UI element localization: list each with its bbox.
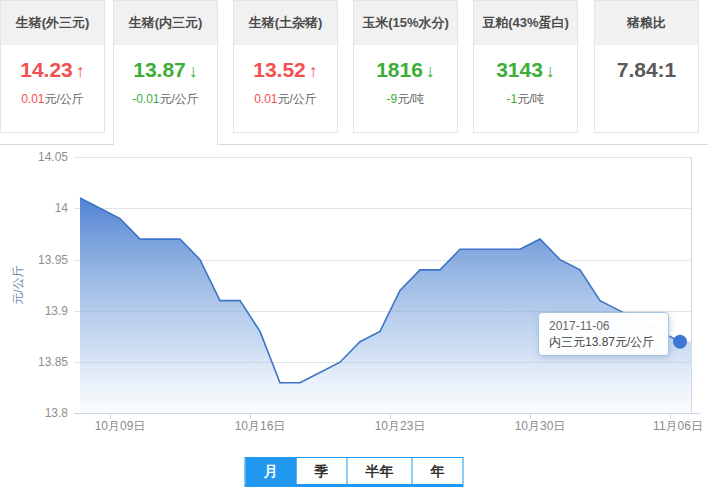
tab-month[interactable]: 月 xyxy=(246,458,297,484)
tooltip-date: 2017-11-06 xyxy=(549,318,668,334)
period-tab-bar: 月 季 半年 年 xyxy=(245,457,464,487)
tab-quarter[interactable]: 季 xyxy=(297,458,348,484)
card-tab-pig-neisanyuan[interactable]: 生猪(内三元) 13.87↓ -0.01元/公斤 xyxy=(113,0,218,146)
card-value: 13.87↓ xyxy=(114,58,217,82)
change-unit: 元/公斤 xyxy=(160,92,199,106)
tab-year[interactable]: 年 xyxy=(413,458,463,484)
tooltip-value: 内三元13.87元/公斤 xyxy=(549,334,668,350)
area-fill xyxy=(80,198,691,413)
chart-tooltip: 2017-11-06 内三元13.87元/公斤 xyxy=(538,312,669,356)
tab-strip-divider xyxy=(0,144,708,145)
change-number: -0.01 xyxy=(132,92,159,106)
price-number: 13.87 xyxy=(133,58,186,81)
pig-price-dashboard: 生猪(外三元) 14.23↑ 0.01元/公斤 生猪(内三元) 13.87↓ -… xyxy=(0,0,708,496)
card-change: -0.01元/公斤 xyxy=(114,91,217,108)
price-trend-chart[interactable] xyxy=(0,0,708,496)
card-title: 生猪(内三元) xyxy=(114,1,217,45)
trend-down-arrow-icon: ↓ xyxy=(189,61,198,81)
tab-half-year[interactable]: 半年 xyxy=(348,458,413,484)
active-point-marker xyxy=(673,335,687,349)
